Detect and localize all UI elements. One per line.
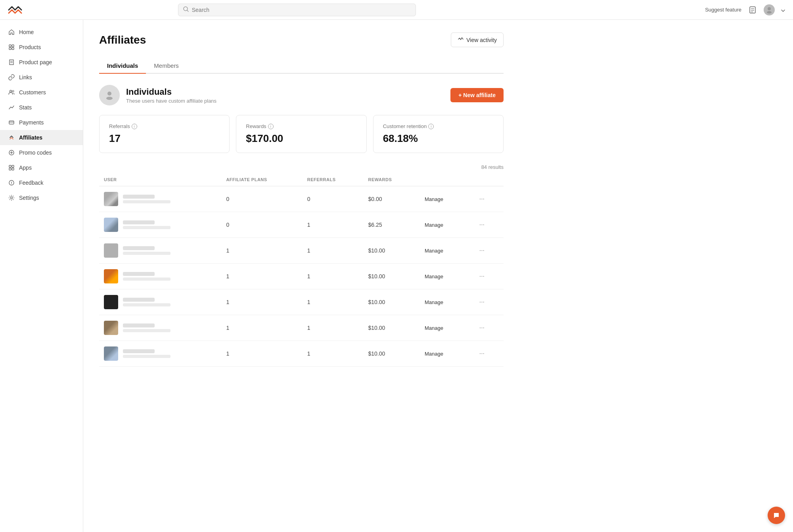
stat-value-rewards: $170.00 bbox=[246, 132, 356, 145]
svg-rect-21 bbox=[9, 168, 11, 170]
dots-button-4[interactable]: ··· bbox=[477, 297, 487, 307]
table-row: 00$0.00Manage··· bbox=[99, 186, 504, 212]
manage-button-2[interactable]: Manage bbox=[421, 246, 446, 255]
dots-cell-4: ··· bbox=[472, 289, 504, 315]
retention-info-icon[interactable]: i bbox=[428, 124, 434, 129]
rewards-5: $10.00 bbox=[364, 315, 417, 341]
user-name-2 bbox=[123, 246, 155, 250]
manage-button-5[interactable]: Manage bbox=[421, 323, 446, 333]
manage-cell-6: Manage bbox=[417, 341, 472, 367]
sidebar-item-feedback[interactable]: Feedback bbox=[0, 175, 83, 190]
avatar-dropdown-icon[interactable] bbox=[781, 6, 785, 13]
stat-card-retention: Customer retention i 68.18% bbox=[373, 115, 504, 153]
referrals-2: 1 bbox=[303, 238, 364, 264]
user-details-3 bbox=[123, 272, 170, 281]
rewards-info-icon[interactable]: i bbox=[268, 124, 274, 129]
user-email-6 bbox=[123, 355, 170, 358]
search-input[interactable] bbox=[192, 7, 411, 13]
sidebar-item-apps[interactable]: Apps bbox=[0, 160, 83, 175]
sidebar-item-home[interactable]: Home bbox=[0, 25, 83, 40]
user-details-6 bbox=[123, 349, 170, 358]
tab-individuals[interactable]: Individuals bbox=[99, 58, 146, 74]
new-affiliate-button[interactable]: + New affiliate bbox=[450, 88, 504, 102]
stat-card-referrals: Referrals i 17 bbox=[99, 115, 230, 153]
view-activity-button[interactable]: View activity bbox=[451, 33, 504, 47]
user-avatar-1 bbox=[104, 218, 118, 232]
sidebar-label-payments: Payments bbox=[19, 119, 44, 126]
sidebar-item-promo-codes[interactable]: Promo codes bbox=[0, 145, 83, 160]
col-rewards: REWARDS bbox=[364, 173, 417, 186]
dots-button-6[interactable]: ··· bbox=[477, 348, 487, 359]
user-cell-4 bbox=[99, 289, 221, 315]
sidebar-item-links[interactable]: Links bbox=[0, 70, 83, 85]
manage-button-1[interactable]: Manage bbox=[421, 220, 446, 230]
svg-point-28 bbox=[106, 97, 113, 100]
dots-cell-0: ··· bbox=[472, 186, 504, 212]
dots-button-1[interactable]: ··· bbox=[477, 220, 487, 230]
manage-button-4[interactable]: Manage bbox=[421, 298, 446, 307]
referrals-0: 0 bbox=[303, 186, 364, 212]
sidebar-item-affiliates[interactable]: Affiliates bbox=[0, 130, 83, 145]
sidebar-label-stats: Stats bbox=[19, 104, 32, 111]
dots-button-0[interactable]: ··· bbox=[477, 194, 487, 204]
rewards-0: $0.00 bbox=[364, 186, 417, 212]
manage-cell-0: Manage bbox=[417, 186, 472, 212]
stat-value-referrals: 17 bbox=[109, 132, 220, 145]
sidebar-label-settings: Settings bbox=[19, 195, 39, 201]
col-manage bbox=[417, 173, 472, 186]
rewards-3: $10.00 bbox=[364, 264, 417, 289]
sidebar-item-settings[interactable]: Settings bbox=[0, 190, 83, 205]
rewards-1: $6.25 bbox=[364, 212, 417, 238]
sidebar-item-product-page[interactable]: Product page bbox=[0, 55, 83, 70]
stat-value-retention: 68.18% bbox=[383, 132, 494, 145]
section-title: Individuals bbox=[126, 87, 216, 97]
affiliates-icon bbox=[8, 134, 15, 141]
sidebar-item-payments[interactable]: Payments bbox=[0, 115, 83, 130]
table-row: 01$6.25Manage··· bbox=[99, 212, 504, 238]
tabs: Individuals Members bbox=[99, 58, 504, 74]
dots-button-2[interactable]: ··· bbox=[477, 245, 487, 256]
manage-button-0[interactable]: Manage bbox=[421, 195, 446, 204]
sidebar-item-stats[interactable]: Stats bbox=[0, 100, 83, 115]
search-bar[interactable] bbox=[178, 4, 416, 16]
docs-icon[interactable] bbox=[748, 5, 757, 15]
affiliate-plans-6: 1 bbox=[221, 341, 302, 367]
col-user: USER bbox=[99, 173, 221, 186]
col-affiliate-plans: AFFILIATE PLANS bbox=[221, 173, 302, 186]
section-avatar bbox=[99, 85, 120, 105]
results-count: 84 results bbox=[99, 164, 504, 170]
payments-icon bbox=[8, 119, 15, 126]
dots-button-5[interactable]: ··· bbox=[477, 323, 487, 333]
tab-members[interactable]: Members bbox=[146, 58, 187, 74]
logo[interactable] bbox=[8, 5, 22, 15]
manage-cell-3: Manage bbox=[417, 264, 472, 289]
affiliate-plans-0: 0 bbox=[221, 186, 302, 212]
user-avatar[interactable] bbox=[764, 4, 775, 15]
user-name-6 bbox=[123, 349, 155, 353]
user-name-3 bbox=[123, 272, 155, 276]
rewards-4: $10.00 bbox=[364, 289, 417, 315]
dots-cell-1: ··· bbox=[472, 212, 504, 238]
user-email-4 bbox=[123, 303, 170, 306]
suggest-feature-link[interactable]: Suggest feature bbox=[705, 7, 741, 13]
sidebar-label-product-page: Product page bbox=[19, 59, 52, 65]
table-header: USER AFFILIATE PLANS REFERRALS REWARDS bbox=[99, 173, 504, 186]
layout: Home Products Product page Links Custome… bbox=[0, 20, 793, 532]
user-info-container bbox=[104, 321, 216, 335]
stats-row: Referrals i 17 Rewards i $170.00 Custome… bbox=[99, 115, 504, 153]
user-name-5 bbox=[123, 323, 155, 327]
manage-button-6[interactable]: Manage bbox=[421, 349, 446, 358]
table-row: 11$10.00Manage··· bbox=[99, 289, 504, 315]
sidebar-item-products[interactable]: Products bbox=[0, 40, 83, 55]
sidebar-item-customers[interactable]: Customers bbox=[0, 85, 83, 100]
referrals-info-icon[interactable]: i bbox=[132, 124, 137, 129]
user-info-container bbox=[104, 346, 216, 361]
svg-point-6 bbox=[768, 7, 771, 10]
chat-bubble[interactable] bbox=[768, 507, 785, 524]
dots-button-3[interactable]: ··· bbox=[477, 271, 487, 281]
feedback-icon bbox=[8, 179, 15, 186]
sidebar-label-affiliates: Affiliates bbox=[19, 134, 42, 141]
user-email-2 bbox=[123, 252, 170, 255]
user-info-container bbox=[104, 192, 216, 206]
manage-button-3[interactable]: Manage bbox=[421, 272, 446, 281]
